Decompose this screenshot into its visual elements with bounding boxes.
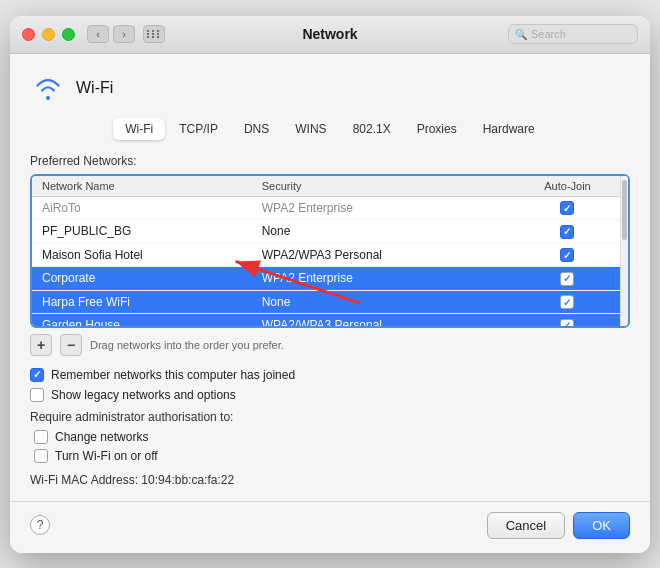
- close-button[interactable]: [22, 28, 35, 41]
- minimize-button[interactable]: [42, 28, 55, 41]
- networks-table-wrapper: Network Name Security Auto-Join AiRoToWP…: [32, 176, 628, 326]
- auto-join-checkbox[interactable]: ✓: [560, 319, 574, 326]
- bottom-controls: + − Drag networks into the order you pre…: [30, 334, 630, 356]
- show-legacy-row: Show legacy networks and options: [30, 388, 630, 402]
- table-row[interactable]: PF_PUBLIC_BGNone✓: [32, 220, 628, 244]
- col-security: Security: [252, 176, 507, 197]
- turn-wifi-checkbox[interactable]: [34, 449, 48, 463]
- checkmark-icon: ✓: [563, 226, 571, 237]
- tab-8021x[interactable]: 802.1X: [341, 118, 403, 140]
- checkmark-icon: ✓: [563, 297, 571, 308]
- tab-dns[interactable]: DNS: [232, 118, 281, 140]
- networks-container: Network Name Security Auto-Join AiRoToWP…: [30, 174, 630, 328]
- change-networks-label: Change networks: [55, 430, 148, 444]
- checkmark-icon: ✓: [563, 250, 571, 261]
- network-name-cell: Corporate: [32, 267, 252, 291]
- auto-join-cell: ✓: [507, 290, 628, 314]
- checkmark-icon: ✓: [563, 320, 571, 326]
- search-box[interactable]: 🔍 Search: [508, 24, 638, 44]
- networks-container-wrapper: Network Name Security Auto-Join AiRoToWP…: [30, 174, 630, 328]
- scrollbar-thumb: [622, 180, 627, 240]
- table-header-row: Network Name Security Auto-Join: [32, 176, 628, 197]
- titlebar: ‹ › Network 🔍 Search: [10, 16, 650, 54]
- search-placeholder: Search: [531, 28, 566, 40]
- mac-address-row: Wi-Fi MAC Address: 10:94:bb:ca:fa:22: [30, 473, 630, 487]
- auto-join-cell: ✓: [507, 267, 628, 291]
- back-button[interactable]: ‹: [87, 25, 109, 43]
- traffic-lights: [22, 28, 75, 41]
- tab-proxies[interactable]: Proxies: [405, 118, 469, 140]
- network-name-cell: AiRoTo: [32, 196, 252, 220]
- tab-bar: Wi-Fi TCP/IP DNS WINS 802.1X Proxies Har…: [30, 118, 630, 140]
- main-content: Wi-Fi Wi-Fi TCP/IP DNS WINS 802.1X Proxi…: [10, 54, 650, 501]
- checkmark-icon: ✓: [563, 203, 571, 214]
- auto-join-cell: ✓: [507, 314, 628, 326]
- table-row[interactable]: CorporateWPA2 Enterprise✓: [32, 267, 628, 291]
- auto-join-checkbox[interactable]: ✓: [560, 248, 574, 262]
- security-cell: None: [252, 220, 507, 244]
- grid-menu-button[interactable]: [143, 25, 165, 43]
- grid-icon: [147, 30, 161, 38]
- change-networks-row: Change networks: [34, 430, 630, 444]
- security-cell: WPA2 Enterprise: [252, 267, 507, 291]
- wifi-header: Wi-Fi: [30, 70, 630, 106]
- window-title: Network: [302, 26, 357, 42]
- show-legacy-label: Show legacy networks and options: [51, 388, 236, 402]
- help-button[interactable]: ?: [30, 515, 50, 535]
- nav-buttons: ‹ ›: [87, 25, 135, 43]
- table-row[interactable]: AiRoToWPA2 Enterprise✓: [32, 196, 628, 220]
- forward-button[interactable]: ›: [113, 25, 135, 43]
- auto-join-checkbox[interactable]: ✓: [560, 272, 574, 286]
- zoom-button[interactable]: [62, 28, 75, 41]
- tab-hardware[interactable]: Hardware: [471, 118, 547, 140]
- security-cell: WPA2/WPA3 Personal: [252, 243, 507, 267]
- table-row[interactable]: Maison Sofia HotelWPA2/WPA3 Personal✓: [32, 243, 628, 267]
- tab-tcpip[interactable]: TCP/IP: [167, 118, 230, 140]
- checkmark-icon: ✓: [33, 369, 41, 380]
- col-auto-join: Auto-Join: [507, 176, 628, 197]
- auto-join-cell: ✓: [507, 243, 628, 267]
- show-legacy-checkbox[interactable]: [30, 388, 44, 402]
- auto-join-checkbox[interactable]: ✓: [560, 295, 574, 309]
- network-preferences-window: ‹ › Network 🔍 Search: [10, 16, 650, 553]
- preferred-networks-label: Preferred Networks:: [30, 154, 630, 168]
- network-name-cell: Maison Sofia Hotel: [32, 243, 252, 267]
- security-cell: WPA2 Enterprise: [252, 196, 507, 220]
- mac-address-value: 10:94:bb:ca:fa:22: [141, 473, 234, 487]
- footer-buttons: Cancel OK: [487, 512, 630, 539]
- security-cell: None: [252, 290, 507, 314]
- remember-networks-checkbox[interactable]: ✓: [30, 368, 44, 382]
- turn-wifi-row: Turn Wi-Fi on or off: [34, 449, 630, 463]
- add-network-button[interactable]: +: [30, 334, 52, 356]
- cancel-button[interactable]: Cancel: [487, 512, 565, 539]
- network-name-cell: Garden House: [32, 314, 252, 326]
- security-cell: WPA2/WPA3 Personal: [252, 314, 507, 326]
- change-networks-checkbox[interactable]: [34, 430, 48, 444]
- ok-button[interactable]: OK: [573, 512, 630, 539]
- tab-wifi[interactable]: Wi-Fi: [113, 118, 165, 140]
- drag-hint: Drag networks into the order you prefer.: [90, 339, 284, 351]
- auto-join-checkbox[interactable]: ✓: [560, 225, 574, 239]
- search-icon: 🔍: [515, 29, 527, 40]
- turn-wifi-label: Turn Wi-Fi on or off: [55, 449, 158, 463]
- wifi-section-label: Wi-Fi: [76, 79, 113, 97]
- auto-join-checkbox[interactable]: ✓: [560, 201, 574, 215]
- scrollbar[interactable]: [620, 176, 628, 326]
- table-row[interactable]: Harpa Free WiFiNone✓: [32, 290, 628, 314]
- remember-networks-label: Remember networks this computer has join…: [51, 368, 295, 382]
- col-network-name: Network Name: [32, 176, 252, 197]
- wifi-icon: [30, 70, 66, 106]
- require-admin-label: Require administrator authorisation to:: [30, 410, 630, 424]
- mac-address-label: Wi-Fi MAC Address:: [30, 473, 138, 487]
- footer: ? Cancel OK: [10, 501, 650, 553]
- tab-wins[interactable]: WINS: [283, 118, 338, 140]
- auto-join-cell: ✓: [507, 220, 628, 244]
- remember-networks-row: ✓ Remember networks this computer has jo…: [30, 368, 630, 382]
- checkmark-icon: ✓: [563, 273, 571, 284]
- table-row[interactable]: Garden HouseWPA2/WPA3 Personal✓: [32, 314, 628, 326]
- network-name-cell: Harpa Free WiFi: [32, 290, 252, 314]
- network-name-cell: PF_PUBLIC_BG: [32, 220, 252, 244]
- remove-network-button[interactable]: −: [60, 334, 82, 356]
- networks-table: Network Name Security Auto-Join AiRoToWP…: [32, 176, 628, 326]
- auto-join-cell: ✓: [507, 196, 628, 220]
